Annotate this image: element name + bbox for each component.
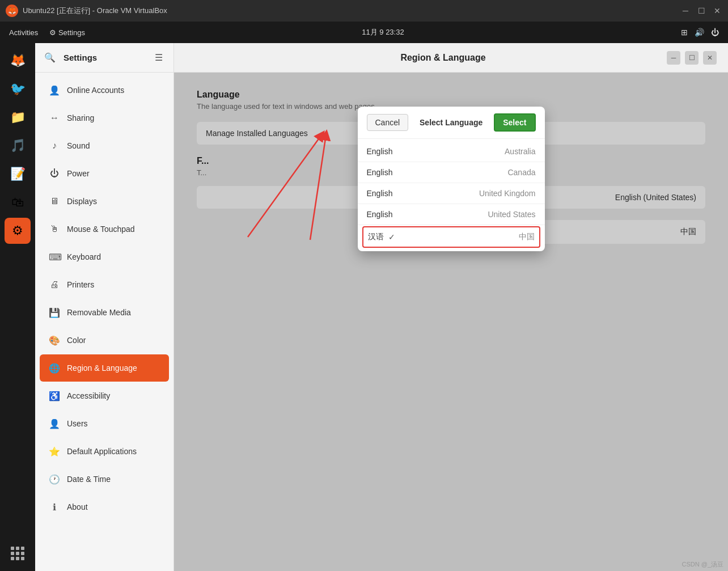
sidebar-item-label-sharing: Sharing xyxy=(67,113,94,122)
appstore-icon: 🛍 xyxy=(11,195,24,210)
bottom-credit: CSDN @_汤豆 xyxy=(682,561,723,568)
app-icon: 🦊 xyxy=(6,5,18,17)
dialog-item-english-uk[interactable]: English United Kingdom xyxy=(358,183,545,204)
sidebar-item-removable[interactable]: 💾 Removable Media xyxy=(40,299,169,326)
dock-item-settings[interactable]: ⚙ xyxy=(5,218,31,244)
sidebar-menu-button[interactable]: ☰ xyxy=(151,50,167,66)
sidebar-header: 🔍 Settings ☰ xyxy=(35,43,173,73)
sidebar-item-label-region: Region & Language xyxy=(67,363,137,373)
mouse-icon: 🖱 xyxy=(49,224,60,234)
dock-item-thunderbird[interactable]: 🐦 xyxy=(5,76,31,102)
sidebar-item-label-date-time: Date & Time xyxy=(67,475,111,484)
dialog-select-button[interactable]: Select xyxy=(494,113,535,132)
dialog-item-chinese[interactable]: 汉语 ✓ 中国 xyxy=(362,226,540,248)
dialog-item-english-australia[interactable]: English Australia xyxy=(358,141,545,162)
content-close-button[interactable]: ✕ xyxy=(703,51,717,65)
dialog-list: English Australia English Canada English… xyxy=(358,139,545,251)
sidebar-item-label-power: Power xyxy=(67,169,90,178)
sidebar-item-label-keyboard: Keyboard xyxy=(67,252,101,261)
sidebar-item-date-time[interactable]: 🕐 Date & Time xyxy=(40,466,169,493)
sidebar-item-label-default-apps: Default Applications xyxy=(67,447,137,456)
sidebar-item-about[interactable]: ℹ About xyxy=(40,493,169,521)
sidebar-item-color[interactable]: 🎨 Color xyxy=(40,327,169,354)
sidebar-item-mouse[interactable]: 🖱 Mouse & Touchpad xyxy=(40,215,169,243)
sidebar-title: Settings xyxy=(64,53,145,62)
main-content: Region & Language ─ ☐ ✕ Language The lan… xyxy=(174,43,728,571)
content-area: Language The language used for text in w… xyxy=(174,73,728,571)
sidebar-items: 👤 Online Accounts ↔ Sharing ♪ Sound ⏻ Po… xyxy=(35,73,173,571)
sidebar-item-sound[interactable]: ♪ Sound xyxy=(40,132,169,159)
dialog-item-english-canada[interactable]: English Canada xyxy=(358,162,545,183)
show-all-apps-button[interactable] xyxy=(5,540,31,566)
dialog-cancel-button[interactable]: Cancel xyxy=(367,114,409,131)
settings-icon: ⚙ xyxy=(12,223,23,238)
dialog-header: Cancel Select Language Select xyxy=(358,107,545,139)
sidebar-item-default-apps[interactable]: ⭐ Default Applications xyxy=(40,438,169,465)
sidebar-item-users[interactable]: 👤 Users xyxy=(40,410,169,437)
sharing-icon: ↔ xyxy=(49,113,60,123)
default-apps-icon: ⭐ xyxy=(49,446,60,457)
sidebar-search-button[interactable]: 🔍 xyxy=(42,50,58,66)
svg-line-0 xyxy=(248,135,321,237)
displays-icon: 🖥 xyxy=(49,196,60,206)
firefox-icon: 🦊 xyxy=(10,53,26,68)
dock-item-files[interactable]: 📁 xyxy=(5,104,31,130)
title-bar-controls: ─ ☐ ✕ xyxy=(680,6,722,16)
main-layout: 🦊 🐦 📁 🎵 📝 🛍 ⚙ 🔍 xyxy=(0,43,728,571)
accessibility-icon: ♿ xyxy=(49,391,60,401)
bottom-bar: CSDN @_汤豆 xyxy=(682,560,723,569)
sidebar-item-label-mouse: Mouse & Touchpad xyxy=(67,225,135,234)
top-panel-left: Activities ⚙ Settings xyxy=(9,28,85,37)
minimize-button[interactable]: ─ xyxy=(680,6,691,16)
dock-item-appstore[interactable]: 🛍 xyxy=(5,189,31,215)
keyboard-icon: ⌨ xyxy=(49,252,60,263)
close-button[interactable]: ✕ xyxy=(712,6,722,16)
title-bar-text: Ubuntu22 [正在运行] - Oracle VM VirtualBox xyxy=(23,6,676,16)
writer-icon: 📝 xyxy=(10,167,26,181)
sidebar-item-region[interactable]: 🌐 Region & Language xyxy=(40,354,169,382)
maximize-button[interactable]: ☐ xyxy=(696,6,706,16)
sidebar-item-label-users: Users xyxy=(67,419,88,428)
title-bar: 🦊 Ubuntu22 [正在运行] - Oracle VM VirtualBox… xyxy=(0,0,728,22)
content-minimize-button[interactable]: ─ xyxy=(667,51,680,65)
content-header: Region & Language ─ ☐ ✕ xyxy=(174,43,728,73)
dock-item-writer[interactable]: 📝 xyxy=(5,161,31,187)
datetime-display: 11月 9 23:32 xyxy=(362,27,404,37)
content-window-buttons: ─ ☐ ✕ xyxy=(667,51,717,65)
dock: 🦊 🐦 📁 🎵 📝 🛍 ⚙ xyxy=(0,43,35,571)
sidebar-item-keyboard[interactable]: ⌨ Keyboard xyxy=(40,243,169,270)
sidebar-item-displays[interactable]: 🖥 Displays xyxy=(40,188,169,215)
checkmark-icon: ✓ xyxy=(388,232,395,242)
sidebar-item-printers[interactable]: 🖨 Printers xyxy=(40,271,169,298)
volume-icon[interactable]: 🔊 xyxy=(695,28,704,37)
dialog-header-title: Select Language xyxy=(413,118,489,127)
dock-item-firefox[interactable]: 🦊 xyxy=(5,48,31,74)
activities-button[interactable]: Activities xyxy=(9,28,38,37)
users-icon: 👤 xyxy=(49,418,60,429)
online-accounts-icon: 👤 xyxy=(49,85,60,96)
sidebar-item-label-removable: Removable Media xyxy=(67,308,131,317)
dialog-overlay: Cancel Select Language Select English Au… xyxy=(174,73,728,571)
top-panel: Activities ⚙ Settings 11月 9 23:32 ⊞ 🔊 ⏻ xyxy=(0,22,728,43)
sidebar-item-accessibility[interactable]: ♿ Accessibility xyxy=(40,382,169,409)
content-maximize-button[interactable]: ☐ xyxy=(685,51,699,65)
dock-item-rhythmbox[interactable]: 🎵 xyxy=(5,133,31,159)
files-icon: 📁 xyxy=(10,110,26,125)
sidebar-item-label-displays: Displays xyxy=(67,197,97,206)
svg-line-1 xyxy=(310,135,326,240)
select-language-dialog: Cancel Select Language Select English Au… xyxy=(358,107,545,251)
date-time-icon: 🕐 xyxy=(49,474,60,485)
power-icon[interactable]: ⏻ xyxy=(711,28,719,37)
sidebar-item-online-accounts[interactable]: 👤 Online Accounts xyxy=(40,77,169,104)
sidebar-item-power[interactable]: ⏻ Power xyxy=(40,160,169,187)
settings-menu-item[interactable]: ⚙ Settings xyxy=(49,28,85,37)
content-title: Region & Language xyxy=(219,53,667,63)
sidebar-item-label-sound: Sound xyxy=(67,141,90,150)
dialog-item-english-us[interactable]: English United States xyxy=(358,204,545,225)
dots-grid-icon xyxy=(11,547,24,560)
sidebar-item-label-online-accounts: Online Accounts xyxy=(67,86,124,95)
sidebar-item-sharing[interactable]: ↔ Sharing xyxy=(40,104,169,132)
sound-icon: ♪ xyxy=(49,141,60,151)
sidebar-item-label-accessibility: Accessibility xyxy=(67,391,110,400)
sidebar-item-label-about: About xyxy=(67,502,88,511)
